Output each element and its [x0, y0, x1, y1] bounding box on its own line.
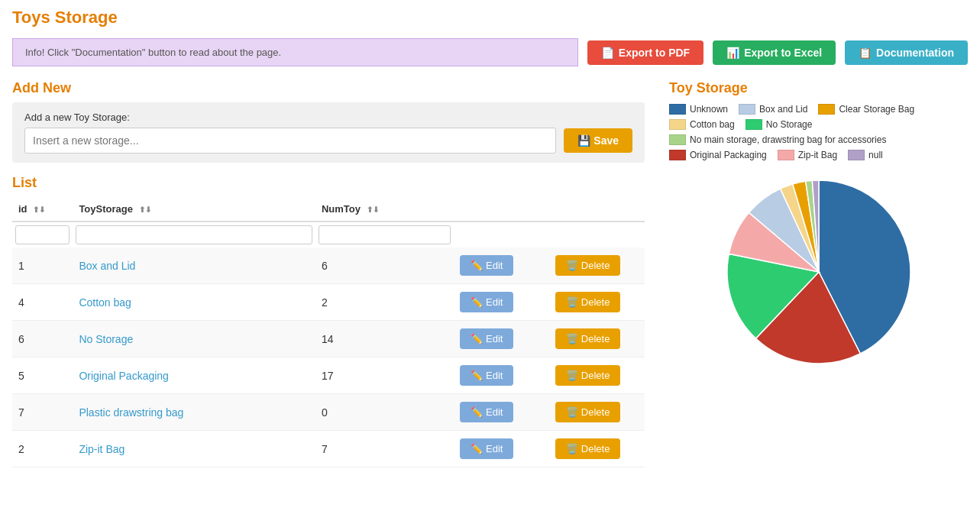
cell-id: 5	[12, 357, 73, 394]
documentation-button[interactable]: 📋 Documentation	[845, 40, 968, 65]
table-row: 5 Original Packaging 17 ✏️ Edit 🗑️ Delet…	[12, 357, 645, 394]
chart-legend: UnknownBox and LidClear Storage BagCotto…	[669, 104, 968, 160]
cell-id: 4	[12, 284, 73, 321]
col-toystorage[interactable]: ToyStorage ⬆⬇	[73, 197, 315, 222]
export-pdf-button[interactable]: 📄 Export to PDF	[587, 40, 703, 65]
legend-item: Zip-it Bag	[778, 150, 837, 160]
cell-toystorage: No Storage	[73, 321, 315, 357]
col-id[interactable]: id ⬆⬇	[12, 197, 73, 222]
delete-button[interactable]: 🗑️ Delete	[555, 402, 620, 422]
edit-button[interactable]: ✏️ Edit	[460, 365, 513, 386]
cell-toystorage: Original Packaging	[73, 357, 315, 394]
edit-button[interactable]: ✏️ Edit	[460, 292, 513, 312]
legend-item: Cotton bag	[669, 119, 735, 130]
edit-button[interactable]: ✏️ Edit	[460, 255, 513, 276]
chart-title: Toy Storage	[669, 80, 968, 96]
cell-toystorage: Cotton bag	[73, 284, 315, 321]
table-row: 2 Zip-it Bag 7 ✏️ Edit 🗑️ Delete	[12, 431, 645, 467]
list-section-title: List	[12, 175, 645, 191]
filter-toystorage[interactable]	[76, 225, 312, 244]
delete-button[interactable]: 🗑️ Delete	[555, 365, 620, 386]
export-excel-button[interactable]: 📊 Export to Excel	[713, 40, 836, 65]
table-row: 4 Cotton bag 2 ✏️ Edit 🗑️ Delete	[12, 284, 645, 321]
edit-button[interactable]: ✏️ Edit	[460, 402, 513, 422]
table-row: 7 Plastic drawstring bag 0 ✏️ Edit 🗑️ De…	[12, 394, 645, 431]
legend-item: No Storage	[746, 119, 813, 130]
cell-toystorage: Plastic drawstring bag	[73, 394, 315, 431]
filter-numtoy[interactable]	[319, 225, 451, 244]
legend-item: null	[848, 150, 883, 160]
save-icon: 💾	[577, 134, 590, 147]
delete-button[interactable]: 🗑️ Delete	[555, 328, 620, 349]
sort-id-icon: ⬆⬇	[33, 205, 45, 214]
delete-button[interactable]: 🗑️ Delete	[555, 438, 620, 459]
col-actions2	[549, 197, 645, 222]
page-title: Toys Storage	[0, 0, 980, 32]
add-new-section-title: Add New	[12, 80, 645, 96]
delete-button[interactable]: 🗑️ Delete	[555, 292, 620, 312]
legend-item: Unknown	[669, 104, 728, 115]
filter-id[interactable]	[15, 225, 70, 244]
edit-button[interactable]: ✏️ Edit	[460, 328, 513, 349]
cell-numtoy: 2	[315, 284, 454, 321]
sort-toy-icon: ⬆⬇	[139, 205, 151, 214]
legend-item: Clear Storage Bag	[818, 104, 914, 115]
table-row: 6 No Storage 14 ✏️ Edit 🗑️ Delete	[12, 321, 645, 357]
cell-toystorage: Box and Lid	[73, 247, 315, 284]
doc-icon: 📋	[859, 47, 872, 59]
table-row: 1 Box and Lid 6 ✏️ Edit 🗑️ Delete	[12, 247, 645, 284]
pie-chart	[720, 173, 918, 371]
cell-toystorage: Zip-it Bag	[73, 431, 315, 467]
col-numtoy[interactable]: NumToy ⬆⬇	[315, 197, 454, 222]
new-storage-input[interactable]	[24, 128, 556, 154]
legend-item: Original Packaging	[669, 150, 767, 160]
cell-numtoy: 0	[315, 394, 454, 431]
excel-icon: 📊	[726, 47, 739, 59]
legend-item: Box and Lid	[739, 104, 807, 115]
edit-button[interactable]: ✏️ Edit	[460, 438, 513, 459]
save-button[interactable]: 💾 Save	[564, 128, 632, 153]
info-box: Info! Click "Documentation" button to re…	[12, 38, 578, 66]
cell-id: 6	[12, 321, 73, 357]
add-new-label: Add a new Toy Storage:	[24, 112, 632, 123]
col-actions1	[454, 197, 549, 222]
cell-numtoy: 7	[315, 431, 454, 467]
cell-id: 2	[12, 431, 73, 467]
sort-num-icon: ⬆⬇	[367, 205, 379, 214]
cell-numtoy: 14	[315, 321, 454, 357]
cell-numtoy: 6	[315, 247, 454, 284]
cell-id: 1	[12, 247, 73, 284]
cell-numtoy: 17	[315, 357, 454, 394]
cell-id: 7	[12, 394, 73, 431]
delete-button[interactable]: 🗑️ Delete	[555, 255, 620, 276]
pdf-icon: 📄	[601, 47, 614, 59]
legend-item: No main storage, drawstring bag for acce…	[669, 134, 886, 145]
